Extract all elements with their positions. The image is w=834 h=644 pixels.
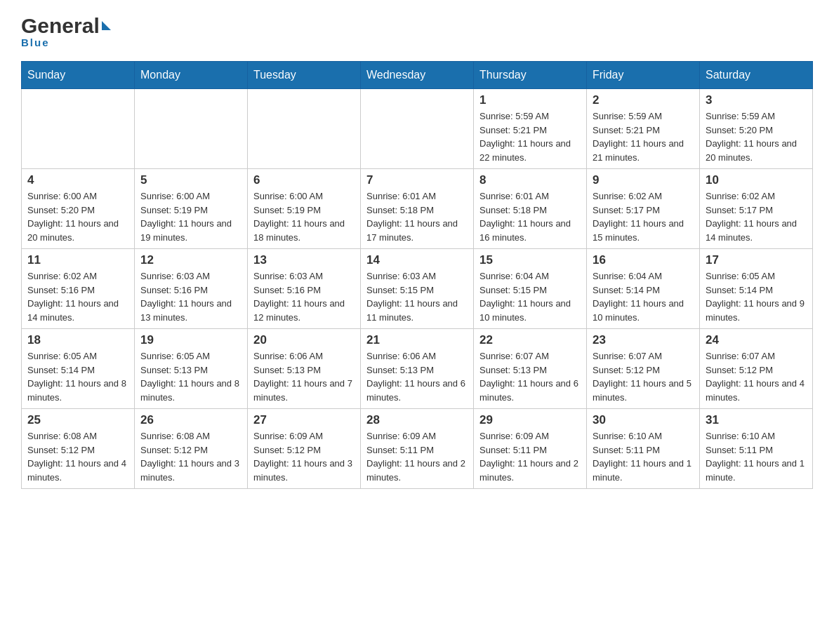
day-number: 20 — [253, 333, 355, 347]
calendar-cell: 19Sunrise: 6:05 AM Sunset: 5:13 PM Dayli… — [135, 329, 248, 409]
calendar-cell: 14Sunrise: 6:03 AM Sunset: 5:15 PM Dayli… — [361, 249, 474, 329]
calendar-week-row: 11Sunrise: 6:02 AM Sunset: 5:16 PM Dayli… — [22, 249, 813, 329]
day-info: Sunrise: 6:01 AM Sunset: 5:18 PM Dayligh… — [479, 189, 581, 244]
weekday-header-monday: Monday — [135, 62, 248, 89]
calendar-cell: 11Sunrise: 6:02 AM Sunset: 5:16 PM Dayli… — [22, 249, 135, 329]
logo-word-general: General — [21, 14, 100, 38]
day-number: 16 — [593, 253, 694, 267]
calendar-cell: 7Sunrise: 6:01 AM Sunset: 5:18 PM Daylig… — [361, 169, 474, 249]
calendar-cell: 12Sunrise: 6:03 AM Sunset: 5:16 PM Dayli… — [135, 249, 248, 329]
day-number: 2 — [593, 93, 694, 107]
calendar-cell: 6Sunrise: 6:00 AM Sunset: 5:19 PM Daylig… — [248, 169, 361, 249]
calendar-body: 1Sunrise: 5:59 AM Sunset: 5:21 PM Daylig… — [22, 89, 813, 489]
logo-blue-label: Blue — [21, 36, 111, 48]
calendar-week-row: 1Sunrise: 5:59 AM Sunset: 5:21 PM Daylig… — [22, 89, 813, 169]
day-info: Sunrise: 6:07 AM Sunset: 5:12 PM Dayligh… — [706, 349, 807, 404]
day-info: Sunrise: 6:06 AM Sunset: 5:13 PM Dayligh… — [366, 349, 468, 404]
calendar-header: SundayMondayTuesdayWednesdayThursdayFrid… — [22, 62, 813, 89]
day-info: Sunrise: 6:09 AM Sunset: 5:11 PM Dayligh… — [366, 429, 468, 484]
day-info: Sunrise: 6:00 AM Sunset: 5:19 PM Dayligh… — [140, 189, 241, 244]
day-info: Sunrise: 6:02 AM Sunset: 5:16 PM Dayligh… — [27, 269, 128, 324]
day-number: 28 — [366, 413, 468, 427]
day-info: Sunrise: 6:08 AM Sunset: 5:12 PM Dayligh… — [140, 429, 241, 484]
day-info: Sunrise: 6:07 AM Sunset: 5:12 PM Dayligh… — [593, 349, 694, 404]
calendar-cell — [361, 89, 474, 169]
day-info: Sunrise: 5:59 AM Sunset: 5:21 PM Dayligh… — [593, 109, 694, 164]
weekday-header-saturday: Saturday — [700, 62, 813, 89]
day-info: Sunrise: 6:00 AM Sunset: 5:20 PM Dayligh… — [27, 189, 128, 244]
calendar-cell: 10Sunrise: 6:02 AM Sunset: 5:17 PM Dayli… — [700, 169, 813, 249]
weekday-header-friday: Friday — [587, 62, 700, 89]
day-number: 23 — [593, 333, 694, 347]
day-number: 13 — [253, 253, 355, 267]
calendar-week-row: 25Sunrise: 6:08 AM Sunset: 5:12 PM Dayli… — [22, 409, 813, 489]
calendar-cell: 26Sunrise: 6:08 AM Sunset: 5:12 PM Dayli… — [135, 409, 248, 489]
day-info: Sunrise: 6:10 AM Sunset: 5:11 PM Dayligh… — [706, 429, 807, 484]
calendar-cell: 16Sunrise: 6:04 AM Sunset: 5:14 PM Dayli… — [587, 249, 700, 329]
day-number: 11 — [27, 253, 128, 267]
weekday-header-row: SundayMondayTuesdayWednesdayThursdayFrid… — [22, 62, 813, 89]
day-number: 7 — [366, 173, 468, 187]
day-number: 18 — [27, 333, 128, 347]
day-info: Sunrise: 6:05 AM Sunset: 5:13 PM Dayligh… — [140, 349, 241, 404]
day-number: 12 — [140, 253, 241, 267]
day-info: Sunrise: 6:02 AM Sunset: 5:17 PM Dayligh… — [706, 189, 807, 244]
calendar-table: SundayMondayTuesdayWednesdayThursdayFrid… — [21, 61, 813, 489]
calendar-cell: 27Sunrise: 6:09 AM Sunset: 5:12 PM Dayli… — [248, 409, 361, 489]
day-number: 10 — [706, 173, 807, 187]
day-number: 4 — [27, 173, 128, 187]
day-number: 29 — [479, 413, 581, 427]
day-number: 14 — [366, 253, 468, 267]
calendar-cell: 28Sunrise: 6:09 AM Sunset: 5:11 PM Dayli… — [361, 409, 474, 489]
day-number: 26 — [140, 413, 241, 427]
weekday-header-sunday: Sunday — [22, 62, 135, 89]
calendar-cell: 9Sunrise: 6:02 AM Sunset: 5:17 PM Daylig… — [587, 169, 700, 249]
day-number: 1 — [479, 93, 581, 107]
calendar-cell: 13Sunrise: 6:03 AM Sunset: 5:16 PM Dayli… — [248, 249, 361, 329]
calendar-cell: 8Sunrise: 6:01 AM Sunset: 5:18 PM Daylig… — [474, 169, 587, 249]
day-info: Sunrise: 6:09 AM Sunset: 5:11 PM Dayligh… — [479, 429, 581, 484]
day-number: 9 — [593, 173, 694, 187]
day-info: Sunrise: 6:09 AM Sunset: 5:12 PM Dayligh… — [253, 429, 355, 484]
calendar-cell: 24Sunrise: 6:07 AM Sunset: 5:12 PM Dayli… — [700, 329, 813, 409]
weekday-header-tuesday: Tuesday — [248, 62, 361, 89]
day-info: Sunrise: 6:01 AM Sunset: 5:18 PM Dayligh… — [366, 189, 468, 244]
day-number: 22 — [479, 333, 581, 347]
calendar-cell: 15Sunrise: 6:04 AM Sunset: 5:15 PM Dayli… — [474, 249, 587, 329]
day-info: Sunrise: 6:03 AM Sunset: 5:16 PM Dayligh… — [253, 269, 355, 324]
day-info: Sunrise: 6:10 AM Sunset: 5:11 PM Dayligh… — [593, 429, 694, 484]
day-info: Sunrise: 5:59 AM Sunset: 5:21 PM Dayligh… — [479, 109, 581, 164]
day-number: 5 — [140, 173, 241, 187]
day-info: Sunrise: 5:59 AM Sunset: 5:20 PM Dayligh… — [706, 109, 807, 164]
calendar-cell — [248, 89, 361, 169]
calendar-cell: 1Sunrise: 5:59 AM Sunset: 5:21 PM Daylig… — [474, 89, 587, 169]
calendar-cell: 2Sunrise: 5:59 AM Sunset: 5:21 PM Daylig… — [587, 89, 700, 169]
calendar-cell: 22Sunrise: 6:07 AM Sunset: 5:13 PM Dayli… — [474, 329, 587, 409]
day-number: 17 — [706, 253, 807, 267]
calendar-week-row: 18Sunrise: 6:05 AM Sunset: 5:14 PM Dayli… — [22, 329, 813, 409]
day-number: 8 — [479, 173, 581, 187]
day-info: Sunrise: 6:00 AM Sunset: 5:19 PM Dayligh… — [253, 189, 355, 244]
day-info: Sunrise: 6:04 AM Sunset: 5:15 PM Dayligh… — [479, 269, 581, 324]
calendar-cell: 30Sunrise: 6:10 AM Sunset: 5:11 PM Dayli… — [587, 409, 700, 489]
calendar-cell: 23Sunrise: 6:07 AM Sunset: 5:12 PM Dayli… — [587, 329, 700, 409]
calendar-cell: 3Sunrise: 5:59 AM Sunset: 5:20 PM Daylig… — [700, 89, 813, 169]
day-number: 15 — [479, 253, 581, 267]
day-info: Sunrise: 6:05 AM Sunset: 5:14 PM Dayligh… — [706, 269, 807, 324]
calendar-cell: 29Sunrise: 6:09 AM Sunset: 5:11 PM Dayli… — [474, 409, 587, 489]
day-number: 24 — [706, 333, 807, 347]
calendar-cell: 31Sunrise: 6:10 AM Sunset: 5:11 PM Dayli… — [700, 409, 813, 489]
calendar-cell — [135, 89, 248, 169]
day-number: 3 — [706, 93, 807, 107]
calendar-cell: 5Sunrise: 6:00 AM Sunset: 5:19 PM Daylig… — [135, 169, 248, 249]
calendar-cell: 17Sunrise: 6:05 AM Sunset: 5:14 PM Dayli… — [700, 249, 813, 329]
calendar-cell: 18Sunrise: 6:05 AM Sunset: 5:14 PM Dayli… — [22, 329, 135, 409]
day-number: 21 — [366, 333, 468, 347]
calendar-week-row: 4Sunrise: 6:00 AM Sunset: 5:20 PM Daylig… — [22, 169, 813, 249]
calendar-cell: 25Sunrise: 6:08 AM Sunset: 5:12 PM Dayli… — [22, 409, 135, 489]
day-info: Sunrise: 6:07 AM Sunset: 5:13 PM Dayligh… — [479, 349, 581, 404]
day-info: Sunrise: 6:03 AM Sunset: 5:15 PM Dayligh… — [366, 269, 468, 324]
day-number: 27 — [253, 413, 355, 427]
calendar-cell: 4Sunrise: 6:00 AM Sunset: 5:20 PM Daylig… — [22, 169, 135, 249]
calendar-cell: 21Sunrise: 6:06 AM Sunset: 5:13 PM Dayli… — [361, 329, 474, 409]
